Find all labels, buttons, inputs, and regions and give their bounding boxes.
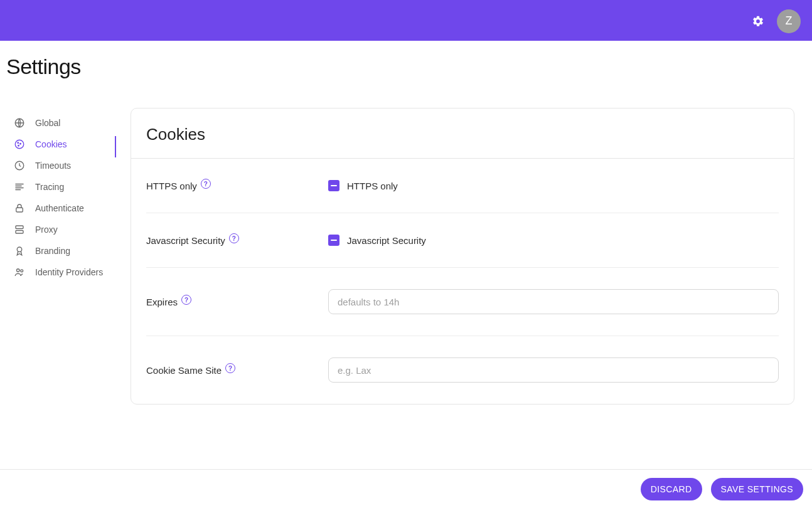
sidebar-item-label: Tracing <box>35 182 64 192</box>
row-expires: Expires ? <box>146 268 779 336</box>
expires-input[interactable] <box>328 289 779 314</box>
help-icon[interactable]: ? <box>225 363 235 373</box>
row-js-security: Javascript Security ? Javascript Securit… <box>146 213 779 268</box>
https-only-checkbox[interactable] <box>328 180 339 191</box>
sidebar-item-branding[interactable]: Branding <box>14 240 131 262</box>
svg-point-9 <box>17 247 22 252</box>
sidebar-item-identity-providers[interactable]: Identity Providers <box>14 262 131 283</box>
label-js-security: Javascript Security ? <box>146 235 328 246</box>
sidebar-item-tracing[interactable]: Tracing <box>14 176 131 198</box>
footer: DISCARD SAVE SETTINGS <box>0 469 812 508</box>
control-https-only: HTTPS only <box>328 180 779 191</box>
svg-point-1 <box>15 140 24 149</box>
label-text: HTTPS only <box>146 181 197 191</box>
control-same-site <box>328 357 779 383</box>
discard-button[interactable]: DISCARD <box>641 478 702 500</box>
settings-card: Cookies HTTPS only ? HTTPS only Javascri… <box>131 108 794 405</box>
help-icon[interactable]: ? <box>181 295 191 305</box>
svg-rect-8 <box>16 231 23 234</box>
settings-gear-icon[interactable] <box>751 14 766 29</box>
card-body: HTTPS only ? HTTPS only Javascript Secur… <box>131 159 794 404</box>
help-icon[interactable]: ? <box>229 233 239 243</box>
svg-point-3 <box>20 144 21 145</box>
lock-icon <box>14 203 25 214</box>
control-js-security: Javascript Security <box>328 235 779 246</box>
sidebar-item-label: Identity Providers <box>35 267 103 277</box>
sidebar-item-timeouts[interactable]: Timeouts <box>14 155 131 176</box>
js-security-checkbox[interactable] <box>328 235 339 246</box>
card-title: Cookies <box>131 108 794 159</box>
same-site-input[interactable] <box>328 357 779 383</box>
globe-icon <box>14 117 25 129</box>
sidebar-item-proxy[interactable]: Proxy <box>14 219 131 240</box>
main-area: Global Cookies Timeouts <box>0 98 812 405</box>
svg-rect-7 <box>16 226 23 229</box>
cookie-icon <box>14 139 25 150</box>
sidebar-item-cookies[interactable]: Cookies <box>14 134 131 155</box>
svg-rect-6 <box>16 208 23 212</box>
page-title: Settings <box>0 41 812 79</box>
label-https-only: HTTPS only ? <box>146 181 328 191</box>
sidebar-item-label: Timeouts <box>35 161 71 171</box>
label-text: Javascript Security <box>146 235 225 246</box>
svg-point-10 <box>17 269 20 272</box>
clock-icon <box>14 160 25 171</box>
avatar-initial: Z <box>786 14 793 28</box>
help-icon[interactable]: ? <box>201 179 211 189</box>
users-icon <box>14 267 25 278</box>
avatar[interactable]: Z <box>777 9 801 33</box>
row-https-only: HTTPS only ? HTTPS only <box>146 159 779 213</box>
control-expires <box>328 289 779 314</box>
sidebar-item-global[interactable]: Global <box>14 112 131 134</box>
lines-icon <box>14 181 25 193</box>
svg-point-11 <box>21 270 23 272</box>
sidebar-item-label: Global <box>35 118 60 128</box>
sidebar-item-label: Cookies <box>35 139 67 149</box>
sidebar: Global Cookies Timeouts <box>0 98 131 405</box>
label-same-site: Cookie Same Site ? <box>146 365 328 376</box>
topbar: Z <box>0 1 812 41</box>
label-expires: Expires ? <box>146 297 328 307</box>
sidebar-item-label: Branding <box>35 246 70 256</box>
row-same-site: Cookie Same Site ? <box>146 336 779 404</box>
sidebar-item-label: Authenticate <box>35 203 84 213</box>
svg-point-2 <box>18 142 19 144</box>
label-text: Cookie Same Site <box>146 365 222 376</box>
award-icon <box>14 245 25 257</box>
sidebar-item-authenticate[interactable]: Authenticate <box>14 198 131 219</box>
sidebar-item-label: Proxy <box>35 225 58 235</box>
checkbox-label: Javascript Security <box>347 235 426 246</box>
server-icon <box>14 224 25 235</box>
save-settings-button[interactable]: SAVE SETTINGS <box>711 478 803 500</box>
checkbox-label: HTTPS only <box>347 181 398 191</box>
svg-point-4 <box>18 146 19 147</box>
label-text: Expires <box>146 297 178 307</box>
